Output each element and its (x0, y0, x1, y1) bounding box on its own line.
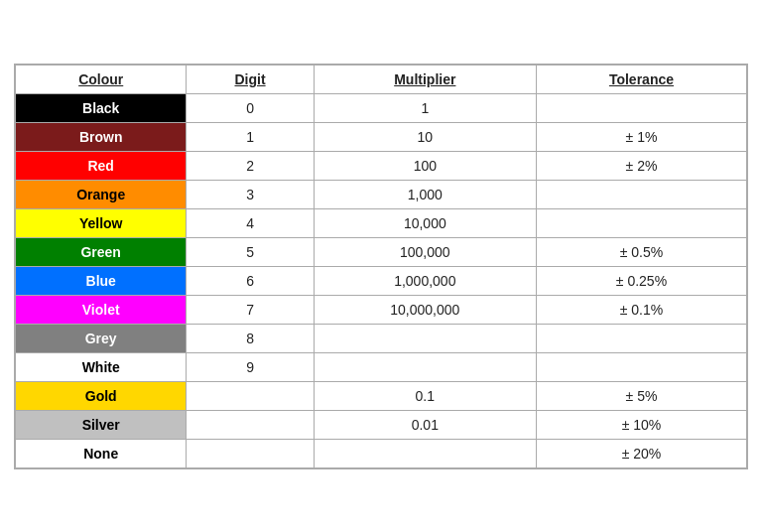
digit-cell: 1 (187, 122, 314, 151)
table-row: Blue61,000,000± 0.25% (16, 266, 747, 295)
multiplier-cell: 0.01 (314, 410, 536, 439)
color-cell: Silver (16, 410, 187, 439)
digit-cell: 0 (187, 93, 314, 122)
multiplier-cell: 10 (314, 122, 536, 151)
tolerance-cell (536, 324, 746, 352)
tolerance-cell (536, 93, 746, 122)
tolerance-cell: ± 20% (536, 439, 746, 467)
multiplier-cell: 100,000 (314, 237, 536, 266)
digit-cell: 9 (187, 352, 314, 381)
digit-cell: 5 (187, 237, 314, 266)
header-digit: Digit (187, 65, 314, 93)
digit-cell: 8 (187, 324, 314, 352)
color-cell: Violet (16, 295, 187, 324)
tolerance-cell: ± 0.1% (536, 295, 746, 324)
color-cell: None (16, 439, 187, 467)
tolerance-cell: ± 5% (536, 381, 746, 410)
table-row: Silver0.01± 10% (16, 410, 747, 439)
digit-cell (187, 410, 314, 439)
color-cell: Red (16, 151, 187, 180)
header-colour: Colour (16, 65, 187, 93)
color-cell: White (16, 352, 187, 381)
table-row: Gold0.1± 5% (16, 381, 747, 410)
multiplier-cell: 1,000 (314, 180, 536, 208)
multiplier-cell: 10,000,000 (314, 295, 536, 324)
multiplier-cell (314, 352, 536, 381)
table-row: Orange31,000 (16, 180, 747, 208)
table-row: Green5100,000± 0.5% (16, 237, 747, 266)
color-cell: Orange (16, 180, 187, 208)
header-tolerance: Tolerance (536, 65, 746, 93)
tolerance-cell: ± 2% (536, 151, 746, 180)
color-cell: Brown (16, 122, 187, 151)
color-cell: Gold (16, 381, 187, 410)
color-cell: Blue (16, 266, 187, 295)
digit-cell (187, 381, 314, 410)
tolerance-cell: ± 0.5% (536, 237, 746, 266)
table-row: Red2100± 2% (16, 151, 747, 180)
multiplier-cell: 1 (314, 93, 536, 122)
color-cell: Black (16, 93, 187, 122)
color-cell: Green (16, 237, 187, 266)
tolerance-cell: ± 1% (536, 122, 746, 151)
tolerance-cell (536, 208, 746, 237)
table-row: None± 20% (16, 439, 747, 467)
tolerance-cell: ± 10% (536, 410, 746, 439)
multiplier-cell: 100 (314, 151, 536, 180)
tolerance-cell (536, 180, 746, 208)
digit-cell: 4 (187, 208, 314, 237)
multiplier-cell (314, 439, 536, 467)
digit-cell: 2 (187, 151, 314, 180)
tolerance-cell: ± 0.25% (536, 266, 746, 295)
table-row: White9 (16, 352, 747, 381)
header-multiplier: Multiplier (314, 65, 536, 93)
color-cell: Yellow (16, 208, 187, 237)
multiplier-cell: 0.1 (314, 381, 536, 410)
resistor-color-table: Colour Digit Multiplier Tolerance Black0… (14, 64, 748, 469)
table-row: Black01 (16, 93, 747, 122)
tolerance-cell (536, 352, 746, 381)
digit-cell: 3 (187, 180, 314, 208)
table-row: Yellow410,000 (16, 208, 747, 237)
digit-cell (187, 439, 314, 467)
color-cell: Grey (16, 324, 187, 352)
table-row: Brown110± 1% (16, 122, 747, 151)
table-row: Violet710,000,000± 0.1% (16, 295, 747, 324)
multiplier-cell (314, 324, 536, 352)
digit-cell: 6 (187, 266, 314, 295)
table-row: Grey8 (16, 324, 747, 352)
multiplier-cell: 1,000,000 (314, 266, 536, 295)
multiplier-cell: 10,000 (314, 208, 536, 237)
digit-cell: 7 (187, 295, 314, 324)
